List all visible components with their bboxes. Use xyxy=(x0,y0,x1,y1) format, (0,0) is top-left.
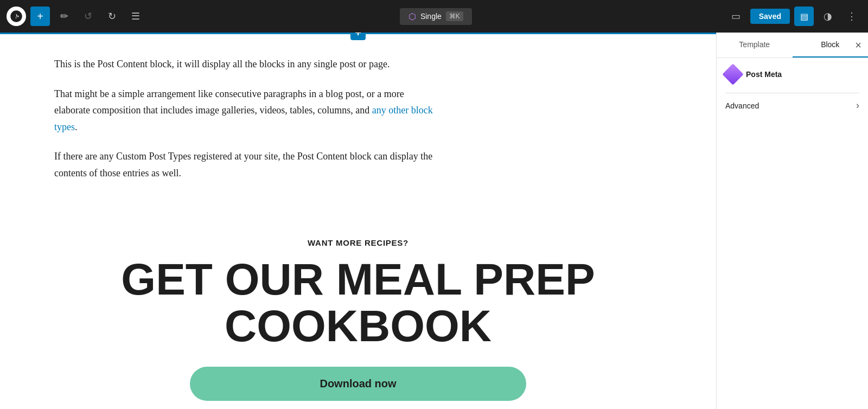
post-content-block: This is the Post Content block, it will … xyxy=(0,34,488,216)
sidebar: Template Block × Post Meta Advanced › xyxy=(716,33,868,409)
pencil-icon: ✏ xyxy=(60,10,68,22)
post-meta-icon xyxy=(722,63,744,85)
breadcrumb-button[interactable]: ⬡ Single ⌘K xyxy=(400,8,472,25)
tools-button[interactable]: ✏ xyxy=(54,7,74,26)
saved-button[interactable]: Saved xyxy=(750,9,790,24)
sidebar-header: Template Block × xyxy=(717,33,868,58)
recipe-tagline: WANT MORE RECIPES? xyxy=(54,238,662,247)
insertion-plus-button[interactable]: + xyxy=(350,33,366,40)
undo-icon: ↺ xyxy=(84,10,92,22)
toolbar-right: ▭ Saved ▤ ◑ ⋮ xyxy=(726,7,861,26)
advanced-label: Advanced xyxy=(725,101,759,110)
toolbar: W + ✏ ↺ ↻ ☰ ⬡ Single ⌘K ▭ Saved ▤ ◑ ⋮ xyxy=(0,0,868,33)
chevron-right-icon: › xyxy=(856,100,859,111)
advanced-row[interactable]: Advanced › xyxy=(725,93,859,118)
post-content-paragraph-2: That might be a simple arrangement like … xyxy=(54,86,434,136)
contrast-icon: ◑ xyxy=(824,10,832,22)
wp-logo: W xyxy=(7,7,26,26)
breadcrumb-label: Single xyxy=(420,12,442,21)
tab-template[interactable]: Template xyxy=(717,33,793,57)
desktop-view-button[interactable]: ▭ xyxy=(726,7,746,26)
main-layout: + This is the Post Content block, it wil… xyxy=(0,33,868,409)
add-block-button[interactable]: + xyxy=(30,7,50,26)
post-content-paragraph-1: This is the Post Content block, it will … xyxy=(54,56,434,73)
template-icon: ⬡ xyxy=(409,11,416,22)
recipe-section: WANT MORE RECIPES? GET OUR MEAL PREP COO… xyxy=(0,216,716,409)
sidebar-close-button[interactable]: × xyxy=(855,40,861,50)
download-button[interactable]: Download now xyxy=(190,367,526,401)
redo-button[interactable]: ↻ xyxy=(102,7,122,26)
post-content-paragraph-3: If there are any Custom Post Types regis… xyxy=(54,148,434,181)
list-view-button[interactable]: ☰ xyxy=(126,7,145,26)
list-view-icon: ☰ xyxy=(131,10,140,22)
undo-button[interactable]: ↺ xyxy=(78,7,98,26)
sidebar-body: Post Meta Advanced › xyxy=(717,58,868,409)
redo-icon: ↻ xyxy=(108,10,116,22)
sidebar-icon: ▤ xyxy=(800,11,808,22)
toolbar-center: ⬡ Single ⌘K xyxy=(150,8,722,25)
more-options-button[interactable]: ⋮ xyxy=(842,7,861,26)
content-area: + This is the Post Content block, it wil… xyxy=(0,33,716,409)
recipe-title: GET OUR MEAL PREP COOKBOOK xyxy=(54,256,662,349)
post-meta-row: Post Meta xyxy=(725,67,859,82)
post-meta-label: Post Meta xyxy=(746,70,782,79)
shortcut-hint: ⌘K xyxy=(446,11,463,21)
more-icon: ⋮ xyxy=(847,10,857,22)
desktop-icon: ▭ xyxy=(731,10,741,22)
insertion-line: + xyxy=(0,33,716,34)
svg-text:W: W xyxy=(13,14,18,20)
sidebar-toggle-button[interactable]: ▤ xyxy=(794,7,814,26)
contrast-button[interactable]: ◑ xyxy=(818,7,838,26)
